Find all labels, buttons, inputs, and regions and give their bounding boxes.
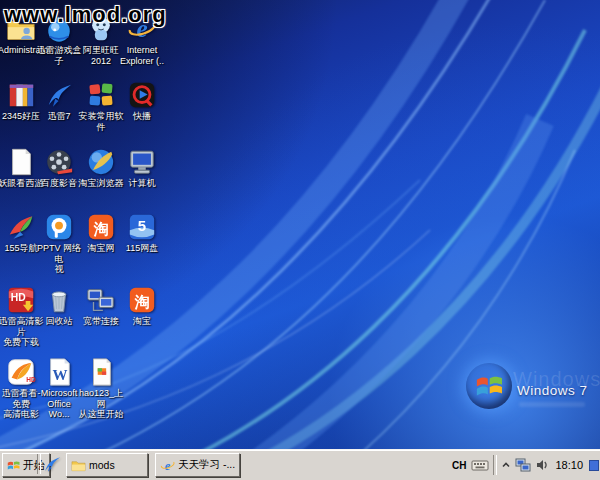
svg-text:e: e bbox=[165, 458, 171, 472]
desktop: Windows 7 Windows 7 www.lmod.org Adminis… bbox=[0, 0, 600, 450]
taskbar-button-ie[interactable]: e天天学习 -... bbox=[155, 453, 240, 477]
desktop-icon-label: hao123_上网 从这里开始 bbox=[78, 388, 124, 420]
taskbar-button-mods[interactable]: mods bbox=[66, 453, 148, 477]
desktop-icon-xunlei-7[interactable]: 迅雷7 bbox=[36, 80, 82, 122]
desktop-icon-label: 迅雷7 bbox=[36, 111, 82, 122]
desktop-icon-label: 淘宝 bbox=[119, 316, 165, 327]
doc-blank-icon bbox=[6, 147, 36, 177]
folder-icon bbox=[71, 458, 86, 473]
desktop-icon-qvod[interactable]: 快播 bbox=[119, 80, 165, 122]
softgrid-icon bbox=[86, 80, 116, 110]
svg-text:HD: HD bbox=[11, 292, 26, 303]
hao123-icon bbox=[86, 357, 116, 387]
svg-text:淘: 淘 bbox=[93, 220, 109, 237]
desktop-icon-label: PPTV 网络电 视 bbox=[36, 243, 82, 275]
desktop-icon-label: 快播 bbox=[119, 111, 165, 122]
desktop-icon-label: 回收站 bbox=[36, 316, 82, 327]
keyboard-icon[interactable] bbox=[471, 458, 489, 472]
taskbar-clock[interactable]: 18:10 bbox=[553, 459, 585, 471]
windows7-edition-faint-text bbox=[519, 402, 585, 407]
taobao-icon: 淘 bbox=[127, 285, 157, 315]
desktop-icon-label: 宽带连接 bbox=[78, 316, 124, 327]
reel-icon bbox=[44, 147, 74, 177]
pan115-icon: 5 bbox=[127, 212, 157, 242]
pptv-icon bbox=[44, 212, 74, 242]
books-icon bbox=[6, 80, 36, 110]
qvod-icon bbox=[127, 80, 157, 110]
show-hidden-icons-chevron-icon[interactable] bbox=[501, 460, 511, 470]
desktop-icon-label: 115网盘 bbox=[119, 243, 165, 254]
desktop-icon-taobao[interactable]: 淘淘宝 bbox=[119, 285, 165, 327]
desktop-icon-label: 百度影音 bbox=[36, 178, 82, 189]
taskbar-button-label: 天天学习 -... bbox=[178, 458, 235, 472]
desktop-icon-label: 淘宝浏览器 bbox=[78, 178, 124, 189]
desktop-icon-label: 阿里旺旺2012 bbox=[78, 45, 124, 66]
taskbar: 开始 modse天天学习 -... CH 18:10 bbox=[0, 449, 600, 480]
task-button-area: modse天天学习 -... bbox=[66, 453, 240, 477]
network-icon[interactable] bbox=[515, 458, 531, 472]
taobao-icon: 淘 bbox=[86, 212, 116, 242]
svg-text:淘: 淘 bbox=[134, 293, 150, 310]
windows-flag-icon bbox=[7, 459, 20, 472]
broadband-icon bbox=[86, 285, 116, 315]
desktop-icon-computer[interactable]: 计算机 bbox=[119, 147, 165, 189]
desktop-icon-label: 安装常用软件 bbox=[78, 111, 124, 132]
desktop-icon-label: Internet Explorer (.. bbox=[119, 45, 165, 66]
windows7-logo-text: Windows 7 bbox=[517, 383, 588, 398]
desktop-icon-baidu-player[interactable]: 百度影音 bbox=[36, 147, 82, 189]
computer-icon bbox=[127, 147, 157, 177]
ime-language-indicator[interactable]: CH bbox=[451, 460, 467, 471]
thunder-icon bbox=[44, 80, 74, 110]
svg-text:W: W bbox=[52, 367, 67, 383]
ie-small-icon: e bbox=[160, 458, 175, 473]
desktop-icon-label: 淘宝网 bbox=[78, 243, 124, 254]
tray-separator bbox=[493, 455, 497, 475]
watermark: www.lmod.org bbox=[4, 2, 167, 28]
hd-red-icon: HD bbox=[6, 285, 36, 315]
thunder-quick-launch-icon[interactable] bbox=[42, 454, 62, 474]
desktop-icon-pptv[interactable]: PPTV 网络电 视 bbox=[36, 212, 82, 275]
show-desktop-button[interactable] bbox=[589, 460, 599, 471]
desktop-icon-ms-word[interactable]: WMicrosoft Office Wo... bbox=[36, 357, 82, 420]
taskbar-separator bbox=[37, 454, 41, 474]
desktop-icon-taobao-browser[interactable]: 淘宝浏览器 bbox=[78, 147, 124, 189]
desktop-icon-install-common-software[interactable]: 安装常用软件 bbox=[78, 80, 124, 132]
desktop-icon-115-pan[interactable]: 5115网盘 bbox=[119, 212, 165, 254]
taskbar-button-label: mods bbox=[89, 459, 115, 471]
bird155-icon bbox=[6, 212, 36, 242]
volume-icon[interactable] bbox=[535, 458, 549, 472]
kankan-icon: HD bbox=[6, 357, 36, 387]
desktop-icon-taobao-site[interactable]: 淘淘宝网 bbox=[78, 212, 124, 254]
recycle-icon bbox=[44, 285, 74, 315]
desktop-icon-hao123[interactable]: hao123_上网 从这里开始 bbox=[78, 357, 124, 420]
tb-browser-icon bbox=[86, 147, 116, 177]
windows-orb-logo bbox=[466, 363, 512, 409]
svg-text:HD: HD bbox=[26, 376, 36, 383]
svg-text:5: 5 bbox=[138, 217, 146, 234]
desktop-icon-recycle-bin[interactable]: 回收站 bbox=[36, 285, 82, 327]
desktop-icon-label: 迅雷游戏盒子 bbox=[36, 45, 82, 66]
desktop-icon-broadband-connection[interactable]: 宽带连接 bbox=[78, 285, 124, 327]
system-tray: CH 18:10 bbox=[451, 450, 600, 480]
desktop-icon-label: 计算机 bbox=[119, 178, 165, 189]
desktop-icon-label: Microsoft Office Wo... bbox=[36, 388, 82, 420]
word-icon: W bbox=[44, 357, 74, 387]
